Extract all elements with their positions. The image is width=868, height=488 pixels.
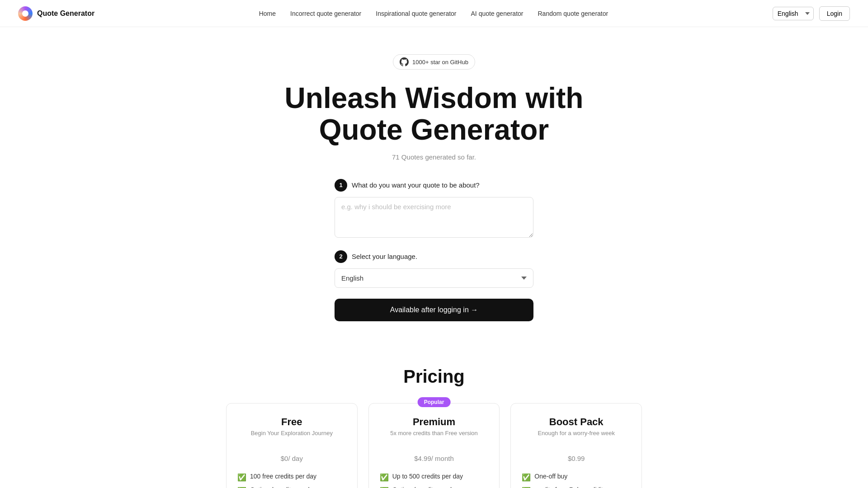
nav-inspirational[interactable]: Inspirational quote generator (376, 10, 456, 17)
navbar: Quote Generator Home Incorrect quote gen… (0, 0, 868, 27)
step2-label: 2 Select your language. (335, 250, 533, 263)
main-content: 1000+ star on GitHub Unleash Wisdom with… (217, 27, 651, 339)
card-free-features: ✅ 100 free credits per day ✅ Optional cr… (237, 473, 346, 488)
language-selector-form[interactable]: English French Spanish German Italian Po… (335, 268, 533, 288)
nav-ai[interactable]: AI quote generator (471, 10, 524, 17)
hero-title: Unleash Wisdom with Quote Generator (226, 82, 642, 146)
step2-number: 2 (335, 250, 347, 263)
login-button[interactable]: Login (819, 6, 850, 21)
pricing-card-premium: Popular Premium 5x more credits than Fre… (368, 403, 500, 488)
check-icon: ✅ (237, 473, 246, 482)
step1-number: 1 (335, 179, 347, 192)
pricing-card-boost: Boost Pack Enough for a worry-free week … (510, 403, 642, 488)
feature-item: ✅ One-off buy (522, 473, 631, 482)
feature-item: ✅ Optional credits purchase (380, 486, 489, 488)
pricing-cards: Free Begin Your Exploration Journey $0/ … (226, 403, 642, 488)
brand-logo[interactable]: Quote Generator (18, 6, 94, 21)
github-badge-text: 1000+ star on GitHub (412, 59, 468, 66)
card-boost-price: $0.99 (522, 444, 631, 465)
card-premium-features: ✅ Up to 500 credits per day ✅ Optional c… (380, 473, 489, 488)
card-boost-subtitle: Enough for a worry-free week (522, 430, 631, 436)
navbar-right: English French Spanish Login (773, 6, 850, 21)
card-premium-title: Premium (380, 416, 489, 428)
nav-home[interactable]: Home (259, 10, 276, 17)
github-icon (400, 57, 409, 66)
logo-icon (18, 6, 33, 21)
card-premium-subtitle: 5x more credits than Free version (380, 430, 489, 436)
nav-random[interactable]: Random quote generator (538, 10, 609, 17)
generate-button[interactable]: Available after logging in → (335, 299, 533, 321)
check-icon: ✅ (522, 473, 531, 482)
card-free-title: Free (237, 416, 346, 428)
card-free-subtitle: Begin Your Exploration Journey (237, 430, 346, 436)
pricing-card-free: Free Begin Your Exploration Journey $0/ … (226, 403, 358, 488)
feature-item: ✅ Up to 500 credits per day (380, 473, 489, 482)
step1-label: 1 What do you want your quote to be abou… (335, 179, 533, 192)
card-free-price: $0/ day (237, 444, 346, 465)
brand-name: Quote Generator (37, 9, 94, 18)
step1-text: What do you want your quote to be about? (352, 181, 480, 189)
popular-badge: Popular (418, 397, 451, 407)
card-boost-title: Boost Pack (522, 416, 631, 428)
github-badge[interactable]: 1000+ star on GitHub (393, 54, 475, 70)
feature-item: ✅ credits for a 7-day validity (522, 486, 631, 488)
pricing-title: Pricing (226, 366, 642, 387)
nav-links: Home Incorrect quote generator Inspirati… (259, 10, 608, 17)
nav-incorrect[interactable]: Incorrect quote generator (290, 10, 361, 17)
check-icon: ✅ (380, 473, 389, 482)
card-premium-price: $4.99/ month (380, 444, 489, 465)
pricing-section: Pricing Free Begin Your Exploration Jour… (217, 366, 651, 488)
language-selector-nav[interactable]: English French Spanish (773, 7, 814, 20)
logo-inner (22, 10, 28, 17)
quote-input[interactable] (335, 197, 533, 238)
step2-text: Select your language. (352, 253, 417, 260)
feature-item: ✅ Optional credits purchase (237, 486, 346, 488)
hero-subtitle: 71 Quotes generated so far. (226, 153, 642, 161)
feature-item: ✅ 100 free credits per day (237, 473, 346, 482)
card-boost-features: ✅ One-off buy ✅ credits for a 7-day vali… (522, 473, 631, 488)
quote-form: 1 What do you want your quote to be abou… (335, 179, 533, 321)
